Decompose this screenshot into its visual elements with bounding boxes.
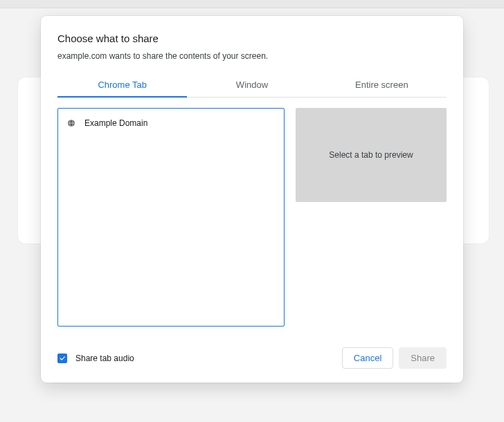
share-type-tabs: Chrome Tab Window Entire screen xyxy=(57,73,447,98)
tab-list[interactable]: Example Domain xyxy=(57,108,285,327)
share-audio-checkbox[interactable] xyxy=(57,354,67,363)
preview-placeholder-text: Select a tab to preview xyxy=(329,150,413,160)
tab-entire-screen[interactable]: Entire screen xyxy=(317,73,447,97)
dialog-title: Choose what to share xyxy=(57,33,447,44)
tab-list-item-label: Example Domain xyxy=(84,118,147,128)
browser-top-bar xyxy=(0,0,504,8)
share-button[interactable]: Share xyxy=(399,347,447,369)
share-audio-option[interactable]: Share tab audio xyxy=(57,354,336,363)
tab-window[interactable]: Window xyxy=(187,73,316,97)
dialog-footer: Share tab audio Cancel Share xyxy=(57,347,447,369)
cancel-button[interactable]: Cancel xyxy=(342,347,393,369)
globe-icon xyxy=(66,118,76,128)
tab-chrome-tab[interactable]: Chrome Tab xyxy=(57,73,187,97)
share-audio-label: Share tab audio xyxy=(75,354,134,363)
preview-placeholder: Select a tab to preview xyxy=(296,108,447,202)
share-dialog: Choose what to share example.com wants t… xyxy=(41,16,463,383)
content-row: Example Domain Select a tab to preview xyxy=(57,108,447,327)
tab-list-item[interactable]: Example Domain xyxy=(65,114,277,132)
dialog-subtitle: example.com wants to share the contents … xyxy=(57,51,447,61)
